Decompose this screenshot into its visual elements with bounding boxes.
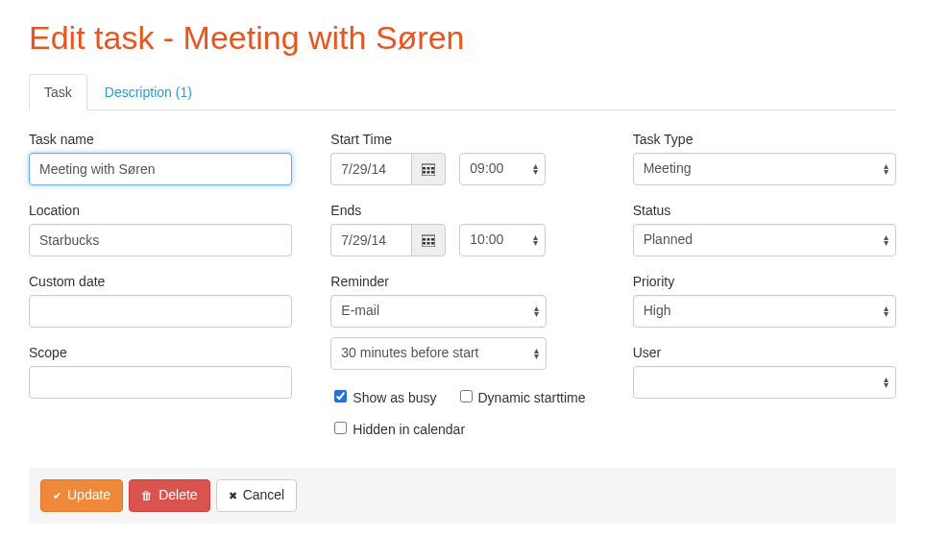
show-busy-checkbox[interactable] xyxy=(334,390,347,402)
svg-rect-8 xyxy=(423,238,426,241)
dynamic-start-text: Dynamic starttime xyxy=(478,390,586,405)
svg-rect-2 xyxy=(427,167,430,170)
end-time-select[interactable]: 10:00 xyxy=(459,224,546,256)
start-time-label: Start Time xyxy=(330,132,594,147)
show-busy-label[interactable]: Show as busy xyxy=(330,387,436,405)
svg-rect-3 xyxy=(431,167,434,170)
trash-icon xyxy=(141,486,153,505)
user-label: User xyxy=(633,345,896,360)
reminder-when-select[interactable]: 30 minutes before start xyxy=(330,337,547,370)
svg-rect-7 xyxy=(422,235,435,247)
custom-date-input[interactable] xyxy=(29,295,292,328)
show-busy-text: Show as busy xyxy=(353,390,436,405)
tab-description[interactable]: Description (1) xyxy=(89,74,207,110)
reminder-type-select[interactable]: E-mail xyxy=(330,295,547,328)
svg-rect-0 xyxy=(422,164,435,176)
reminder-label: Reminder xyxy=(330,274,594,289)
dynamic-start-label[interactable]: Dynamic starttime xyxy=(456,387,586,405)
delete-button[interactable]: Delete xyxy=(129,479,209,512)
calendar-icon xyxy=(422,234,435,247)
svg-rect-11 xyxy=(423,242,426,245)
svg-rect-6 xyxy=(431,171,434,174)
priority-label: Priority xyxy=(633,274,896,289)
task-name-label: Task name xyxy=(29,132,292,147)
dynamic-start-checkbox[interactable] xyxy=(460,390,473,402)
svg-rect-12 xyxy=(427,242,430,245)
cancel-button[interactable]: Cancel xyxy=(216,479,298,512)
svg-rect-5 xyxy=(427,171,430,174)
start-date-input[interactable] xyxy=(330,153,411,185)
svg-rect-9 xyxy=(427,238,430,241)
check-icon xyxy=(53,486,61,505)
page-title: Edit task - Meeting with Søren xyxy=(29,19,896,57)
tab-bar: Task Description (1) xyxy=(29,74,896,110)
cancel-button-label: Cancel xyxy=(243,486,285,505)
svg-rect-1 xyxy=(423,167,426,170)
end-date-input[interactable] xyxy=(330,224,411,256)
status-select[interactable]: Planned xyxy=(633,224,896,256)
user-select[interactable] xyxy=(633,366,896,399)
update-button-label: Update xyxy=(67,486,110,505)
start-date-picker-button[interactable] xyxy=(411,153,446,185)
hidden-cal-text: Hidden in calendar xyxy=(353,422,465,437)
hidden-cal-checkbox[interactable] xyxy=(334,422,347,434)
update-button[interactable]: Update xyxy=(40,479,123,512)
location-input[interactable] xyxy=(29,224,292,256)
hidden-cal-label[interactable]: Hidden in calendar xyxy=(330,419,465,437)
ends-label: Ends xyxy=(330,203,594,218)
location-label: Location xyxy=(29,203,292,218)
svg-rect-10 xyxy=(431,238,434,241)
task-name-input[interactable] xyxy=(29,153,292,185)
priority-select[interactable]: High xyxy=(633,295,896,328)
scope-input[interactable] xyxy=(29,366,292,399)
action-bar: Update Delete Cancel xyxy=(29,468,896,523)
status-label: Status xyxy=(633,203,896,218)
calendar-icon xyxy=(422,163,435,176)
svg-rect-13 xyxy=(431,242,434,245)
task-type-label: Task Type xyxy=(633,132,896,147)
close-icon xyxy=(229,486,237,505)
tab-task[interactable]: Task xyxy=(29,74,87,110)
svg-rect-4 xyxy=(423,171,426,174)
scope-label: Scope xyxy=(29,345,292,360)
start-time-select[interactable]: 09:00 xyxy=(459,153,546,185)
task-type-select[interactable]: Meeting xyxy=(633,153,896,185)
end-date-picker-button[interactable] xyxy=(411,224,446,256)
delete-button-label: Delete xyxy=(158,486,197,505)
custom-date-label: Custom date xyxy=(29,274,292,289)
